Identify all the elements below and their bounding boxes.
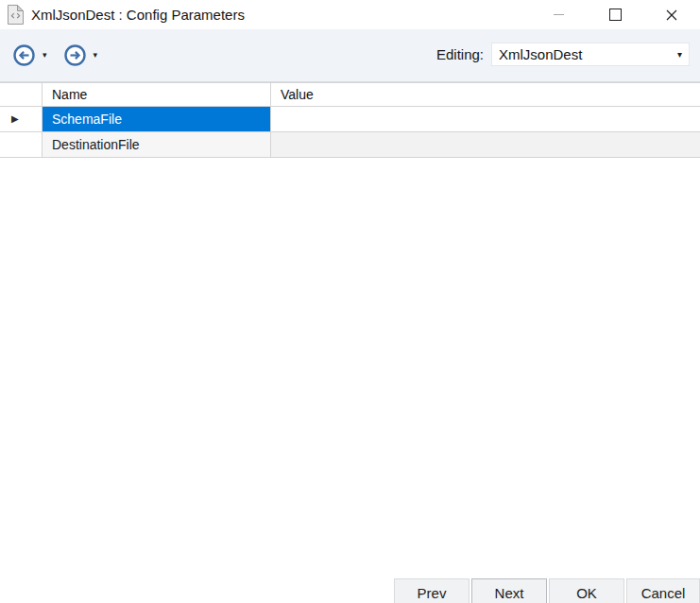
config-parameters-grid: Name Value ▶ SchemaFile DestinationFile [0, 82, 700, 603]
window-title: XmlJsonDest : Config Parameters [31, 7, 245, 23]
back-dropdown-caret[interactable]: ▾ [43, 43, 47, 67]
table-row-schemafile: ▶ SchemaFile [0, 107, 700, 132]
close-button[interactable] [643, 0, 700, 29]
back-button[interactable] [12, 43, 36, 67]
forward-button[interactable] [63, 43, 87, 67]
title-bar: XmlJsonDest : Config Parameters [0, 0, 700, 29]
current-row-arrow-icon: ▶ [0, 114, 19, 124]
value-cell-destinationfile[interactable] [271, 132, 700, 157]
minimize-button[interactable] [530, 0, 587, 29]
maximize-button[interactable] [587, 0, 643, 29]
row-selector-cell[interactable] [0, 132, 43, 157]
window-controls [530, 0, 700, 29]
name-cell-schemafile[interactable]: SchemaFile [43, 107, 271, 131]
column-header-name[interactable]: Name [43, 83, 271, 106]
minimize-icon [554, 14, 564, 15]
next-button[interactable]: Next [471, 578, 547, 603]
column-header-value[interactable]: Value [271, 83, 700, 106]
row-selector-header[interactable] [0, 83, 43, 106]
editing-group: Editing: XmlJsonDest ▾ [436, 43, 690, 66]
name-cell-destinationfile[interactable]: DestinationFile [43, 132, 271, 157]
maximize-icon [609, 9, 622, 21]
prev-button[interactable]: Prev [394, 578, 470, 603]
navigation-group: ▾ ▾ [12, 43, 97, 67]
back-icon [12, 43, 36, 67]
toolbar: ▾ ▾ Editing: XmlJsonDest ▾ [0, 29, 700, 82]
editing-combobox-value: XmlJsonDest [492, 46, 582, 62]
chevron-down-icon: ▾ [677, 49, 682, 60]
forward-icon [63, 43, 87, 67]
xml-file-icon [8, 5, 24, 25]
value-cell-schemafile[interactable] [271, 107, 700, 131]
ok-button[interactable]: OK [549, 578, 624, 603]
editing-label: Editing: [436, 46, 484, 62]
editing-combobox[interactable]: XmlJsonDest ▾ [491, 43, 690, 66]
forward-dropdown-caret[interactable]: ▾ [94, 43, 98, 67]
grid-header: Name Value [0, 83, 700, 107]
cancel-button[interactable]: Cancel [626, 578, 700, 603]
row-selector-cell[interactable]: ▶ [0, 107, 43, 131]
table-row-destinationfile: DestinationFile [0, 132, 700, 158]
close-icon [665, 9, 678, 22]
